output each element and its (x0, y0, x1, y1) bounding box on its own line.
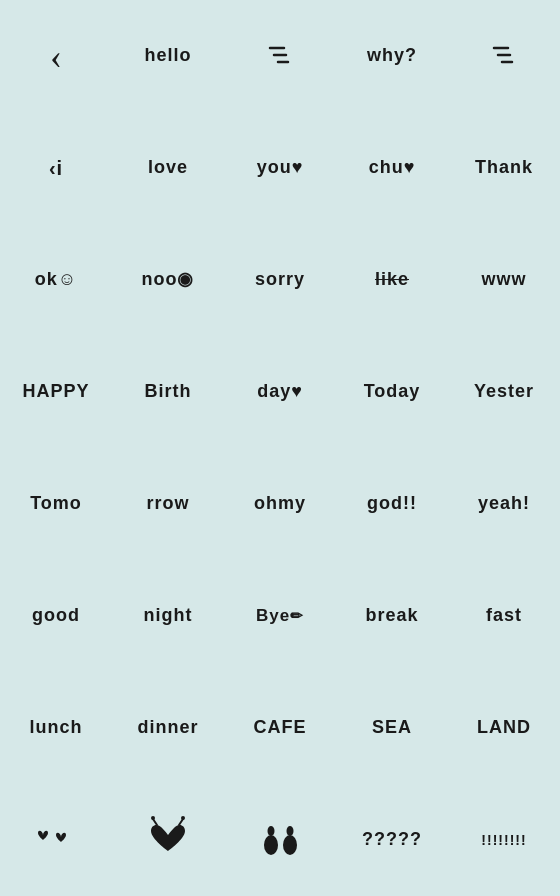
i-label: ‹i (49, 156, 63, 180)
yester-label: Yester (474, 381, 534, 403)
cell-birth[interactable]: Birth (112, 336, 224, 448)
night-label: night (144, 605, 193, 627)
sun-rays-icon (262, 38, 298, 74)
cell-cafe[interactable]: cafe (224, 672, 336, 784)
cell-hello[interactable]: hello (112, 0, 224, 112)
bye-label: Bye✏ (256, 606, 304, 626)
cell-dinner[interactable]: dinner (112, 672, 224, 784)
cell-you[interactable]: you♥ (224, 112, 336, 224)
cell-feet[interactable] (224, 784, 336, 896)
cell-happy[interactable]: HAPPY (0, 336, 112, 448)
cell-today[interactable]: Today (336, 336, 448, 448)
cell-chu[interactable]: chu♥ (336, 112, 448, 224)
today-label: Today (364, 381, 421, 403)
you-label: you♥ (257, 157, 304, 179)
cell-love[interactable]: love (112, 112, 224, 224)
svg-point-10 (264, 835, 278, 855)
rrow-label: rrow (146, 493, 189, 515)
ok-label: ok☺ (35, 269, 77, 291)
cell-ok[interactable]: ok☺ (0, 224, 112, 336)
cell-www[interactable]: www (448, 224, 560, 336)
cell-hearts-small[interactable] (0, 784, 112, 896)
why-label: why? (367, 45, 417, 67)
happy-label: HAPPY (22, 381, 89, 403)
cell-chevron[interactable]: ‹ (0, 0, 112, 112)
question-label: ????? (362, 829, 422, 851)
cell-fast[interactable]: fast (448, 560, 560, 672)
chu-label: chu♥ (369, 157, 416, 179)
cell-yeah[interactable]: yeah! (448, 448, 560, 560)
cell-ohmy[interactable]: ohmy (224, 448, 336, 560)
exclamation-label: !!!!!!!! (481, 832, 526, 849)
cell-bye[interactable]: Bye✏ (224, 560, 336, 672)
cell-break[interactable]: break (336, 560, 448, 672)
cell-tomo[interactable]: Tomo (0, 448, 112, 560)
cell-yester[interactable]: Yester (448, 336, 560, 448)
cell-rays1[interactable] (224, 0, 336, 112)
love-label: love (148, 157, 188, 179)
sea-label: sea (372, 717, 412, 739)
good-label: good (32, 605, 80, 627)
svg-point-9 (181, 816, 185, 820)
cell-exclamation[interactable]: !!!!!!!! (448, 784, 560, 896)
break-label: break (365, 605, 418, 627)
cell-heart-fancy[interactable] (112, 784, 224, 896)
cell-day[interactable]: day♥ (224, 336, 336, 448)
small-hearts-icon (31, 815, 81, 865)
birth-label: Birth (145, 381, 192, 403)
hello-label: hello (144, 45, 191, 67)
tomo-label: Tomo (30, 493, 82, 515)
day-label: day♥ (257, 381, 303, 403)
cell-noo[interactable]: noo◉ (112, 224, 224, 336)
cell-i[interactable]: ‹i (0, 112, 112, 224)
cell-lunch[interactable]: lunch (0, 672, 112, 784)
cell-like[interactable]: like (336, 224, 448, 336)
feet-icon (253, 815, 308, 865)
cell-why[interactable]: why? (336, 0, 448, 112)
svg-point-12 (283, 835, 297, 855)
cell-land[interactable]: land (448, 672, 560, 784)
cell-night[interactable]: night (112, 560, 224, 672)
sorry-label: sorry (255, 269, 305, 291)
lunch-label: lunch (30, 717, 83, 739)
cell-question[interactable]: ????? (336, 784, 448, 896)
noo-label: noo◉ (142, 269, 195, 291)
heart-fancy-icon (141, 813, 196, 868)
sun-rays-icon-2 (486, 38, 522, 74)
fast-label: fast (486, 605, 522, 627)
like-label: like (375, 269, 409, 291)
cell-sea[interactable]: sea (336, 672, 448, 784)
cell-good[interactable]: good (0, 560, 112, 672)
cell-sorry[interactable]: sorry (224, 224, 336, 336)
cell-rrow[interactable]: rrow (112, 448, 224, 560)
svg-point-13 (286, 826, 293, 836)
svg-point-8 (151, 816, 155, 820)
god-label: god!! (367, 493, 417, 515)
cafe-label: cafe (254, 717, 307, 739)
emoji-grid: ‹ hello why? ‹i love you♥ chu♥ Thank o (0, 0, 560, 896)
cell-rays2[interactable] (448, 0, 560, 112)
ohmy-label: ohmy (254, 493, 306, 515)
svg-point-11 (267, 826, 274, 836)
cell-god[interactable]: god!! (336, 448, 448, 560)
land-label: land (477, 717, 531, 739)
thank-label: Thank (475, 157, 533, 179)
yeah-label: yeah! (478, 493, 530, 515)
www-label: www (481, 269, 526, 291)
chevron-left-icon: ‹ (50, 38, 62, 74)
cell-thank[interactable]: Thank (448, 112, 560, 224)
dinner-label: dinner (137, 717, 198, 739)
